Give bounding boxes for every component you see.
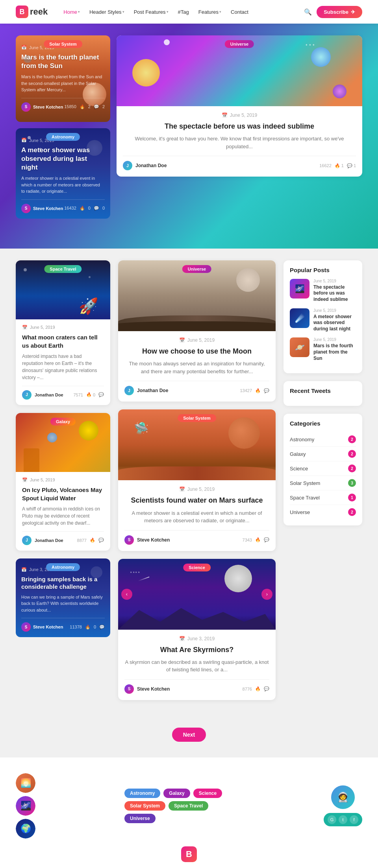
comment-icon: 💬 [264, 686, 269, 691]
universe-card-title: The spectacle before us was indeed subli… [123, 122, 356, 131]
solar-card-content: Solar System 📅 June 5, 2019 Mars is the … [16, 35, 110, 117]
footer-images: 🌅 🌌 🌍 [16, 773, 35, 839]
moon-badge: Universe [182, 265, 211, 273]
footer-img-2: 🌌 [16, 796, 35, 816]
universe-card-excerpt: Welcome, it's great to have you here. We… [123, 135, 356, 150]
galaxy-author: J Jonathan Doe [22, 536, 63, 545]
search-icon[interactable]: 🔍 [304, 8, 312, 16]
popular-item-3: 🪐 June 5, 2019 Mars is the fourth planet… [290, 337, 356, 361]
slider-prev-button[interactable]: ‹ [121, 589, 132, 600]
footer-tag-science[interactable]: Science [193, 789, 222, 798]
chevron-down-icon: ▾ [122, 10, 124, 14]
author-avatar: S [21, 102, 31, 112]
category-universe[interactable]: Universe 2 [290, 505, 356, 519]
pagination: Next [0, 720, 378, 757]
astronomy-card-footer: S Steve Kotchen 16432 🔥 0 💬 0 [21, 199, 105, 213]
moon-card-title: How we choose to use the Moon [124, 347, 269, 356]
solar-count: 3 [348, 479, 356, 487]
nav-features[interactable]: Features ▾ [195, 7, 225, 17]
nav-contact[interactable]: Contact [227, 7, 252, 17]
logo-icon: B [16, 6, 28, 18]
solar-badge: Solar System [44, 40, 82, 48]
moon-card-excerpt: The moon has always served as an inspira… [124, 360, 269, 375]
next-button[interactable]: Next [172, 728, 206, 742]
footer-tag-universe[interactable]: Universe [124, 814, 156, 823]
category-science[interactable]: Science 2 [290, 461, 356, 476]
footer-content: 🌅 🌌 🌍 Astronomy Galaxy Science Solar Sys… [16, 773, 362, 839]
space-count: 1 [348, 494, 356, 501]
site-header: B reek Home ▾ Header Styles ▾ Post Featu… [0, 0, 378, 24]
views-count: 15850 [64, 104, 76, 109]
fire-icon: 🔥 [255, 686, 261, 691]
universe-card-author: J Jonathan Doe [123, 161, 167, 170]
author-avatar: S [21, 622, 31, 632]
galaxy-footer: J Jonathan Doe 8877 🔥 💬 [22, 531, 104, 545]
google-icon[interactable]: G [328, 815, 336, 824]
footer-tag-galaxy[interactable]: Galaxy [163, 789, 190, 798]
fire-icon: 🔥 [255, 388, 261, 393]
nav-actions: 🔍 Subscribe ✈ [304, 6, 362, 18]
twitter-icon[interactable]: t [339, 815, 347, 824]
footer-img-1: 🌅 [16, 773, 35, 793]
astronomy-count: 2 [348, 435, 356, 443]
comment-icon: 💬 [98, 392, 104, 397]
author-avatar: J [123, 161, 132, 170]
universe-badge: Universe [225, 40, 254, 48]
footer-tag-space[interactable]: Space Travel [169, 801, 208, 811]
category-astronomy[interactable]: Astronomy 2 [290, 432, 356, 447]
solar-card-title: Mars is the fourth planet from the Sun [21, 53, 105, 70]
solar-card-author: S Steve Kotchen [21, 102, 63, 112]
hero-card-solar: Solar System 📅 June 5, 2019 Mars is the … [16, 35, 110, 122]
left-hero-column: Solar System 📅 June 5, 2019 Mars is the … [16, 35, 110, 225]
popular-thumb-3: 🪐 [290, 337, 309, 357]
science-card-title: What Are Skyrmions? [124, 645, 269, 654]
astronomy2-excerpt: How can we bring a sample of Mars safely… [21, 594, 105, 614]
astronomy-badge: Astronomy [46, 133, 80, 141]
footer-logo-icon: B [181, 846, 197, 862]
galaxy-card: Galaxy 📅 June 5, 2019 On Icy Pluto, Volc… [16, 413, 110, 551]
astronomy-card-content: Astronomy 📅 June 5, 2019 A meteor shower… [16, 128, 110, 219]
fire-icon: 🔥 [90, 538, 95, 543]
footer-tag-astronomy[interactable]: Astronomy [124, 789, 160, 798]
author-avatar: S [124, 684, 134, 694]
popular-posts-title: Popular Posts [290, 267, 356, 273]
category-space[interactable]: Space Travel 1 [290, 490, 356, 505]
fire-icon: 🔥 [85, 625, 91, 630]
moon-card-image: Universe [118, 260, 276, 331]
site-logo[interactable]: B reek [16, 6, 48, 18]
subscribe-button[interactable]: Subscribe ✈ [317, 6, 362, 18]
space-travel-author: J Jonathan Doe [22, 390, 63, 400]
universe-card-footer: J Jonathan Doe 16622 🔥 1 [123, 156, 356, 170]
mars-card-stats: 7343 🔥 💬 [243, 537, 269, 542]
nav-post-features[interactable]: Post Features ▾ [130, 7, 172, 17]
science-badge: Science [183, 564, 211, 571]
hero-area: Solar System 📅 June 5, 2019 Mars is the … [0, 24, 378, 249]
footer-tag-solar[interactable]: Solar System [124, 801, 165, 811]
main-nav: Home ▾ Header Styles ▾ Post Features ▾ #… [59, 7, 304, 17]
fire-icon: 🔥 [86, 392, 92, 397]
universe-card-stats: 16622 🔥 1 💬 1 [319, 163, 356, 168]
nav-header-styles[interactable]: Header Styles ▾ [85, 7, 128, 17]
science-card: ★ ★ ★ ★ Science ‹ › 📅 June 3, 2019 What … [118, 559, 276, 700]
astronomy2-footer: S Steve Kotchen 11378 🔥 0 💬 [21, 618, 105, 632]
calendar-icon: 📅 [22, 325, 28, 330]
nav-home[interactable]: Home ▾ [59, 7, 84, 17]
space-travel-footer: J Jonathan Doe 7571 🔥 0 💬 [22, 386, 104, 400]
popular-item-2: ☄️ June 5, 2019 A meteor shower was obse… [290, 308, 356, 332]
mars-card-title: Scientists found water on Mars surface [124, 496, 269, 505]
facebook-icon[interactable]: f [350, 815, 358, 824]
category-solar[interactable]: Solar System 3 [290, 476, 356, 490]
right-sidebar: Popular Posts 🌌 June 5, 2019 The spectac… [284, 260, 362, 708]
popular-info-3: June 5, 2019 Mars is the fourth planet f… [313, 337, 356, 361]
category-galaxy[interactable]: Galaxy 2 [290, 447, 356, 461]
fire-icon: 🔥 [335, 163, 340, 168]
slider-next-button[interactable]: › [261, 589, 272, 600]
site-footer: 🌅 🌌 🌍 Astronomy Galaxy Science Solar Sys… [0, 757, 378, 868]
space-travel-title: What moon craters can tell us about Eart… [22, 333, 104, 350]
comment-icon: 💬 [264, 537, 269, 542]
footer-social: 🧑‍🚀 G t f [324, 785, 362, 826]
calendar-icon: 📅 [21, 45, 27, 50]
nav-tag[interactable]: #Tag [174, 7, 193, 17]
astronomy-card-excerpt: A meteor shower is a celestial event in … [21, 175, 105, 195]
chevron-down-icon: ▾ [219, 10, 221, 14]
